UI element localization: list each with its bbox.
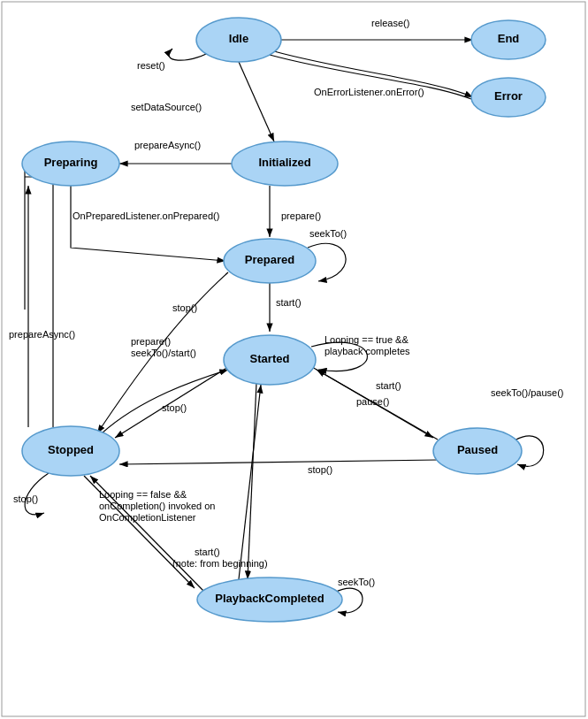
label-initialized: Initialized	[258, 156, 310, 169]
label-looping-false-1: Looping == false &&	[99, 489, 187, 500]
label-stop-paused: stop()	[308, 464, 332, 475]
state-diagram: Idle End Error Initialized Preparing Pre…	[0, 0, 588, 719]
label-prepareasync-1: prepareAsync()	[134, 140, 201, 150]
label-prepare-1: prepare()	[281, 210, 321, 221]
label-start-paused: start()	[376, 380, 401, 391]
label-seekto-playback: seekTo()	[338, 577, 375, 587]
label-playback: PlaybackCompleted	[215, 592, 325, 605]
label-looping-true-1: Looping == true &&	[325, 334, 409, 345]
label-prepared: Prepared	[245, 253, 294, 266]
label-idle: Idle	[229, 32, 248, 45]
label-stopped: Stopped	[48, 443, 94, 456]
label-prepare-2: prepare()	[131, 336, 171, 347]
label-setdatasource: setDataSource()	[131, 102, 202, 112]
label-prepareasync-2: prepareAsync()	[9, 329, 75, 340]
label-looping-false-2: onCompletion() invoked on	[99, 501, 215, 511]
label-preparing: Preparing	[44, 156, 98, 169]
label-start-1: start()	[276, 297, 302, 308]
label-stop-stopped: stop()	[13, 493, 38, 504]
label-onerror: OnErrorListener.onError()	[314, 87, 424, 97]
label-stop-started: stop()	[162, 402, 187, 413]
label-seekto-start: seekTo()/start()	[131, 348, 196, 358]
label-onprepared: OnPreparedListener.onPrepared()	[73, 210, 219, 221]
label-release: release()	[371, 18, 409, 28]
label-pause: pause()	[356, 396, 389, 407]
label-start-beginning-2: (note: from beginning)	[172, 558, 268, 569]
label-reset: reset()	[137, 60, 165, 71]
label-stop-prepared: stop()	[172, 302, 197, 313]
label-looping-true-2: playback completes	[325, 346, 410, 356]
label-end: End	[498, 32, 520, 45]
label-started: Started	[250, 352, 290, 365]
label-paused: Paused	[457, 443, 498, 456]
label-seekto-pause: seekTo()/pause()	[491, 387, 564, 398]
label-looping-false-3: OnCompletionListener	[99, 512, 196, 523]
label-start-beginning-1: start()	[195, 547, 220, 557]
label-error: Error	[494, 89, 523, 103]
label-seekto-prepared: seekTo()	[309, 228, 347, 239]
